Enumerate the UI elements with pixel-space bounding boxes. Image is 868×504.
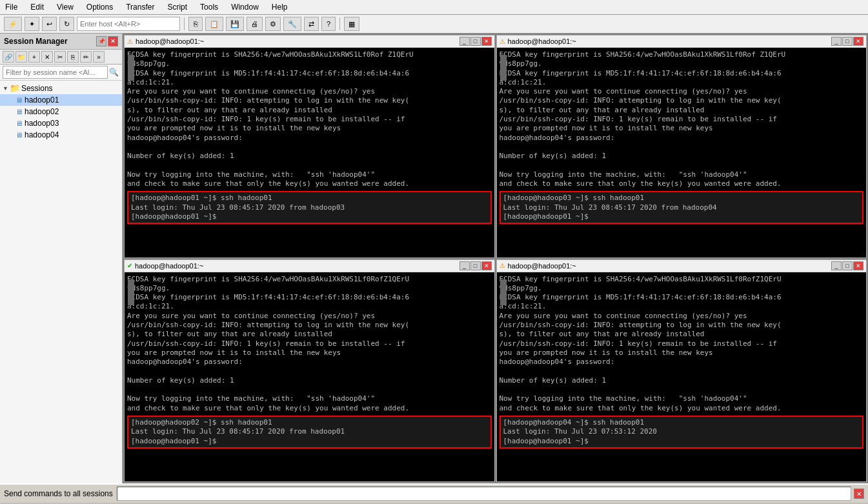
computer-icon-3: 🖥 [15, 119, 23, 127]
sidebar-copy-btn[interactable]: ⎘ [67, 51, 79, 63]
session-filter-input[interactable] [3, 66, 108, 79]
toolbar-transfer[interactable]: ⇄ [304, 17, 319, 31]
menu-file[interactable]: File [3, 1, 20, 13]
terminal-area: ⚠ hadoop@hadoop01:~ _ □ ✕ ECDSA key fing… [123, 34, 868, 483]
terminal-controls-tl: _ □ ✕ [459, 37, 492, 46]
terminal-close-bl[interactable]: ✕ [481, 261, 492, 270]
sessions-group-label: Sessions [21, 84, 53, 93]
host-input[interactable] [77, 17, 180, 31]
toolbar-print[interactable]: 🖨 [247, 17, 263, 31]
session-item-hadoop03[interactable]: 🖥 hadoop03 [0, 117, 122, 129]
session-label-hadoop03: hadoop03 [25, 119, 59, 128]
warning-icon-br: ⚠ [500, 262, 505, 269]
send-commands-input[interactable] [117, 487, 851, 501]
sidebar-toolbar: 🔗 📁 + ✕ ✂ ⎘ ✏ » [0, 50, 122, 65]
terminal-body-tr[interactable]: ECDSA key fingerprint is SHA256:4/we7wHO… [497, 48, 867, 257]
terminal-highlight-tl: [hadoop@hadoop01 ~]$ ssh hadoop01 Last l… [127, 191, 492, 224]
menu-window[interactable]: Window [228, 1, 261, 13]
toolbar-help[interactable]: ? [321, 17, 336, 31]
menu-view[interactable]: View [54, 1, 76, 13]
session-item-hadoop01[interactable]: 🖥 hadoop01 [0, 94, 122, 106]
terminal-close-tr[interactable]: ✕ [853, 37, 863, 46]
terminal-minimize-tr[interactable]: _ [831, 37, 842, 46]
terminal-close-tl[interactable]: ✕ [481, 37, 492, 46]
terminal-highlight-br: [hadoop@hadoop04 ~]$ ssh hadoop01 Last l… [500, 416, 864, 449]
sidebar-delete-btn[interactable]: ✕ [41, 51, 53, 63]
bottom-bar: Send commands to all sessions ✕ [0, 483, 868, 503]
terminal-maximize-bl[interactable]: □ [470, 261, 481, 270]
terminal-bottom-left: ✔ hadoop@hadoop01:~ _ □ ✕ ECDSA key fing… [124, 259, 495, 483]
scrollbar-bl[interactable] [128, 279, 134, 305]
toolbar-copy[interactable]: ⎘ [188, 17, 203, 31]
terminal-text-tl: ECDSA key fingerprint is SHA256:4/we7wHO… [127, 50, 492, 188]
bottom-close-btn[interactable]: ✕ [854, 489, 864, 499]
terminal-controls-tr: _ □ ✕ [831, 37, 863, 46]
terminal-text-tr: ECDSA key fingerprint is SHA256:4/we7wHO… [500, 50, 864, 188]
terminal-highlight-text-tl: [hadoop@hadoop01 ~]$ ssh hadoop01 Last l… [131, 194, 488, 221]
toolbar-btn4[interactable]: ↻ [59, 17, 74, 31]
toolbar-sep2 [339, 17, 340, 30]
computer-icon-2: 🖥 [15, 108, 23, 116]
sidebar-add-btn[interactable]: + [28, 51, 40, 63]
sidebar-link-btn[interactable]: 🔗 [3, 51, 14, 63]
toolbar-tools[interactable]: 🔧 [283, 17, 301, 31]
terminal-body-tl[interactable]: ECDSA key fingerprint is SHA256:4/we7wHO… [125, 48, 494, 257]
terminal-highlight-tr: [hadoop@hadoop03 ~]$ ssh hadoop01 Last l… [500, 191, 864, 224]
terminal-highlight-bl: [hadoop@hadoop02 ~]$ ssh hadoop01 Last l… [127, 416, 492, 449]
terminal-maximize-tl[interactable]: □ [470, 37, 481, 46]
terminal-titlebar-top-right: ⚠ hadoop@hadoop01:~ _ □ ✕ [497, 35, 867, 48]
scrollbar-tr[interactable] [500, 55, 507, 81]
toolbar-save[interactable]: 💾 [226, 17, 244, 31]
search-icon: 🔍 [108, 66, 119, 78]
terminal-maximize-br[interactable]: □ [842, 261, 853, 270]
menu-options[interactable]: Options [84, 1, 116, 13]
terminal-maximize-tr[interactable]: □ [842, 37, 853, 46]
toolbar-extra[interactable]: ▦ [344, 17, 359, 31]
terminal-body-bl[interactable]: ECDSA key fingerprint is SHA256:4/we7wHO… [125, 272, 494, 482]
terminal-close-br[interactable]: ✕ [853, 261, 863, 270]
terminal-top-left: ⚠ hadoop@hadoop01:~ _ □ ✕ ECDSA key fing… [124, 35, 495, 258]
scrollbar-tl[interactable] [128, 55, 134, 81]
sidebar-rename-btn[interactable]: ✏ [80, 51, 92, 63]
sidebar-open-btn[interactable]: 📁 [15, 51, 27, 63]
terminal-controls-bl: _ □ ✕ [459, 261, 492, 270]
session-manager-sidebar: Session Manager 📌 ✕ 🔗 📁 + ✕ ✂ ⎘ ✏ » 🔍 ▼ [0, 34, 123, 483]
session-item-hadoop04[interactable]: 🖥 hadoop04 [0, 129, 122, 141]
session-label-hadoop02: hadoop02 [25, 107, 59, 116]
terminal-title-tl: hadoop@hadoop01:~ [136, 37, 457, 45]
toolbar-btn3[interactable]: ↩ [42, 17, 57, 31]
scrollbar-br[interactable] [500, 279, 507, 305]
sidebar-more-btn[interactable]: » [93, 51, 105, 63]
terminal-body-br[interactable]: ECDSA key fingerprint is SHA256:4/we7wHO… [497, 272, 867, 482]
terminal-title-bl: hadoop@hadoop01:~ [135, 262, 457, 270]
session-item-hadoop02[interactable]: 🖥 hadoop02 [0, 106, 122, 117]
menu-edit[interactable]: Edit [28, 1, 46, 13]
menu-tools[interactable]: Tools [197, 1, 221, 13]
session-label-hadoop04: hadoop04 [25, 130, 59, 139]
toolbar: ⚡ ✦ ↩ ↻ ⎘ 📋 💾 🖨 ⚙ 🔧 ⇄ ? ▦ [0, 15, 868, 34]
sidebar-header: Session Manager 📌 ✕ [0, 34, 122, 50]
terminal-minimize-br[interactable]: _ [831, 261, 842, 270]
sidebar-close-btn[interactable]: ✕ [108, 36, 118, 46]
sidebar-cut-btn[interactable]: ✂ [54, 51, 66, 63]
sidebar-title: Session Manager [4, 37, 96, 46]
folder-icon: 📁 [10, 83, 20, 93]
sidebar-header-controls: 📌 ✕ [96, 36, 118, 46]
toolbar-btn2[interactable]: ✦ [25, 17, 39, 31]
send-commands-label: Send commands to all sessions [4, 489, 113, 498]
menu-help[interactable]: Help [269, 1, 290, 13]
menu-transfer[interactable]: Transfer [123, 1, 157, 13]
menubar: File Edit View Options Transfer Script T… [0, 0, 868, 15]
terminal-title-tr: hadoop@hadoop01:~ [508, 37, 829, 45]
terminal-titlebar-bottom-right: ⚠ hadoop@hadoop01:~ _ □ ✕ [497, 260, 867, 272]
main-layout: Session Manager 📌 ✕ 🔗 📁 + ✕ ✂ ⎘ ✏ » 🔍 ▼ [0, 34, 868, 483]
toolbar-paste[interactable]: 📋 [205, 17, 223, 31]
toolbar-new-session[interactable]: ⚡ [4, 17, 22, 31]
sessions-group-header[interactable]: ▼ 📁 Sessions [0, 82, 122, 94]
terminal-minimize-bl[interactable]: _ [459, 261, 470, 270]
sidebar-pin-btn[interactable]: 📌 [96, 36, 106, 46]
toolbar-settings[interactable]: ⚙ [265, 17, 281, 31]
menu-script[interactable]: Script [165, 1, 190, 13]
terminal-top-right: ⚠ hadoop@hadoop01:~ _ □ ✕ ECDSA key fing… [496, 35, 867, 258]
terminal-minimize-tl[interactable]: _ [459, 37, 470, 46]
